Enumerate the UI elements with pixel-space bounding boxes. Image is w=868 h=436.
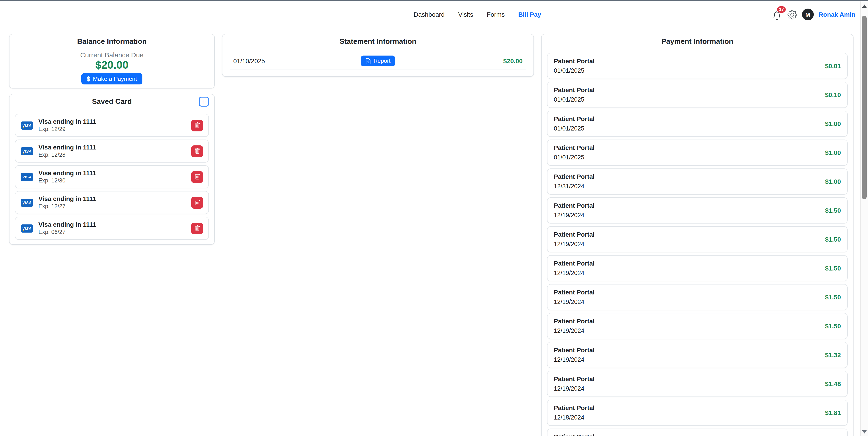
saved-card-item: VISA Visa ending in 1111 Exp. 12/28 — [15, 139, 209, 163]
gear-icon — [787, 10, 797, 19]
payment-row-text: Patient Portal 01/01/2025 — [554, 115, 595, 132]
card-name: Visa ending in 1111 — [38, 169, 96, 177]
scroll-down-arrow-icon[interactable] — [862, 430, 867, 434]
payment-source: Patient Portal — [554, 433, 595, 436]
delete-card-button[interactable] — [191, 223, 203, 234]
saved-card-text: Visa ending in 1111 Exp. 12/28 — [38, 144, 96, 159]
scroll-up-arrow-icon[interactable] — [862, 4, 867, 8]
payment-amount: $1.50 — [825, 294, 841, 301]
card-expiration: Exp. 12/29 — [38, 126, 96, 133]
saved-card-text: Visa ending in 1111 Exp. 06/27 — [38, 221, 96, 236]
visa-logo-icon: VISA — [21, 224, 33, 232]
payment-row: Patient Portal 12/19/2024 $1.32 — [547, 342, 848, 368]
report-button[interactable]: Report — [361, 56, 395, 66]
payment-row-text: Patient Portal 12/31/2024 — [554, 173, 595, 190]
payment-row: Patient Portal 12/19/2024 $1.50 — [547, 226, 848, 253]
trash-icon — [194, 200, 200, 205]
payment-date: 12/19/2024 — [554, 356, 595, 364]
saved-card-item: VISA Visa ending in 1111 Exp. 12/29 — [15, 114, 209, 137]
delete-card-button[interactable] — [191, 171, 203, 183]
payment-amount: $0.01 — [825, 62, 841, 70]
dollar-icon: $ — [87, 75, 90, 82]
payment-row: Patient Portal 12/19/2024 $1.50 — [547, 197, 848, 224]
make-payment-button[interactable]: $ Make a Payment — [81, 73, 143, 85]
saved-card-item: VISA Visa ending in 1111 Exp. 12/30 — [15, 165, 209, 188]
nav-visits[interactable]: Visits — [458, 11, 473, 18]
payment-row-text: Patient Portal 12/19/2024 — [554, 346, 595, 364]
payment-row: Patient Portal 01/01/2025 $1.00 — [547, 139, 848, 166]
visa-logo-text: VISA — [22, 200, 31, 205]
middle-column: Statement Information 01/10/2025 Report … — [222, 34, 534, 77]
payment-row: Patient Portal 12/19/2024 $1.50 — [547, 284, 848, 310]
balance-card: Balance Information Current Balance Due … — [9, 34, 215, 89]
payment-date: 01/01/2025 — [554, 154, 595, 161]
payment-amount: $1.50 — [825, 265, 841, 272]
payment-row-text: Patient Portal 01/01/2025 — [554, 144, 595, 161]
add-card-button[interactable]: + — [199, 97, 209, 107]
payment-row: Patient Portal 01/01/2025 $0.01 — [547, 53, 848, 79]
avatar[interactable]: M — [802, 8, 814, 20]
saved-card-card: Saved Card + VISA Visa ending in 1111 Ex… — [9, 94, 215, 245]
card-expiration: Exp. 12/28 — [38, 152, 96, 159]
balance-amount: $20.00 — [14, 59, 210, 71]
scrollbar-thumb[interactable] — [862, 16, 867, 199]
vertical-scrollbar[interactable] — [860, 1, 868, 436]
payment-row-text: Patient Portal 12/19/2024 — [554, 231, 595, 248]
payment-date: 12/19/2024 — [554, 385, 595, 393]
payment-source: Patient Portal — [554, 231, 595, 238]
statement-amount: $20.00 — [503, 57, 523, 65]
user-area: 17 M Ronak Amin — [773, 8, 855, 20]
notification-count-badge: 17 — [777, 6, 786, 12]
payment-date: 12/19/2024 — [554, 211, 595, 219]
payment-source: Patient Portal — [554, 115, 595, 123]
saved-card-text: Visa ending in 1111 Exp. 12/30 — [38, 169, 96, 184]
delete-card-button[interactable] — [191, 120, 203, 131]
trash-icon — [194, 148, 200, 154]
nav-forms[interactable]: Forms — [487, 11, 504, 18]
visa-logo-text: VISA — [22, 174, 31, 179]
right-column: Payment Information Patient Portal 01/01… — [541, 34, 854, 436]
payment-source: Patient Portal — [554, 346, 595, 354]
delete-card-button[interactable] — [191, 197, 203, 208]
bill-pay-page: Dashboard Visits Forms Bill Pay 17 M Ron… — [0, 0, 868, 436]
balance-card-body: Current Balance Due $20.00 $ Make a Paym… — [9, 49, 214, 88]
card-expiration: Exp. 12/27 — [38, 203, 96, 210]
trash-icon — [194, 122, 200, 128]
payment-source: Patient Portal — [554, 86, 595, 94]
payment-amount: $1.50 — [825, 236, 841, 243]
payment-source: Patient Portal — [554, 173, 595, 181]
payment-source: Patient Portal — [554, 260, 595, 267]
payment-source: Patient Portal — [554, 375, 595, 383]
nav-dashboard[interactable]: Dashboard — [414, 11, 445, 18]
payment-row: Patient Portal 01/01/2025 $0.10 — [547, 82, 848, 108]
payment-amount: $1.50 — [825, 207, 841, 214]
visa-logo-icon: VISA — [21, 198, 33, 207]
card-name: Visa ending in 1111 — [38, 221, 96, 229]
payment-source: Patient Portal — [554, 144, 595, 152]
nav-bill-pay[interactable]: Bill Pay — [518, 11, 541, 18]
statement-card: Statement Information 01/10/2025 Report … — [222, 34, 534, 77]
card-name: Visa ending in 1111 — [38, 195, 96, 203]
settings-button[interactable] — [787, 10, 797, 19]
payment-source: Patient Portal — [554, 289, 595, 296]
notifications-button[interactable]: 17 — [773, 9, 782, 20]
statement-card-title: Statement Information — [222, 34, 533, 49]
payment-amount: $1.50 — [825, 323, 841, 330]
file-download-icon — [365, 58, 371, 64]
statement-row: 01/10/2025 Report $20.00 — [230, 52, 526, 70]
payment-source: Patient Portal — [554, 317, 595, 325]
saved-card-title: Saved Card — [92, 98, 132, 105]
main-content: Balance Information Current Balance Due … — [0, 33, 868, 436]
balance-label: Current Balance Due — [14, 51, 210, 59]
card-expiration: Exp. 06/27 — [38, 229, 96, 236]
payment-amount: $1.00 — [825, 120, 841, 127]
payment-row: Patient Portal 01/01/2025 $1.00 — [547, 111, 848, 137]
payment-row-text: Patient Portal 12/19/2024 — [554, 260, 595, 277]
payment-row-text: Patient Portal 12/19/2024 — [554, 202, 595, 219]
window-top-edge — [0, 0, 868, 1]
payment-card-title: Payment Information — [541, 34, 853, 49]
delete-card-button[interactable] — [191, 145, 203, 157]
balance-card-title: Balance Information — [9, 34, 214, 49]
user-name-link[interactable]: Ronak Amin — [819, 11, 855, 18]
payment-source: Patient Portal — [554, 57, 595, 65]
